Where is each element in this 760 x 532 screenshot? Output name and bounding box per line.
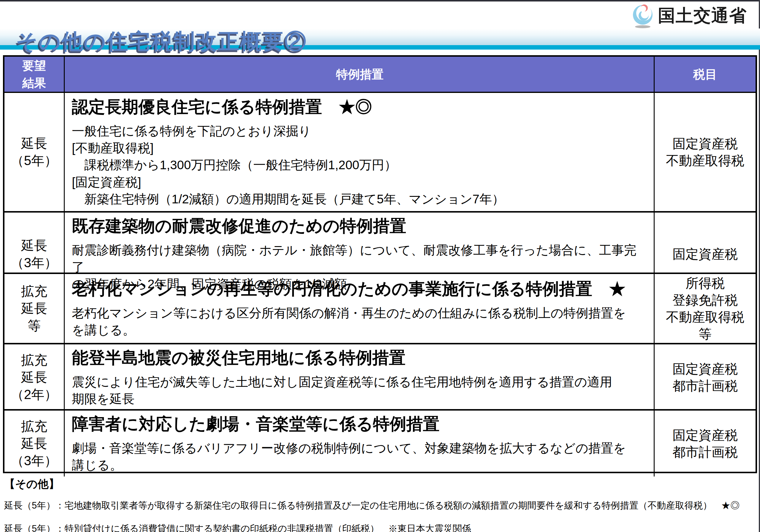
other-measure-note: 延長（5年）：特別貸付けに係る消費貸借に関する契約書の印紙税の非課税措置（印紙税… bbox=[4, 522, 752, 532]
measure-description: 震災により住宅が滅失等した土地に対し固定資産税等に係る住宅用地特例を適用する措置… bbox=[72, 373, 648, 407]
table-row: 延長 （3年） 既存建築物の耐震改修促進のための特例措置 耐震診断義務付け建築物… bbox=[4, 213, 756, 274]
cell-request-result: 拡充 延長 （3年） bbox=[4, 411, 65, 476]
cell-tax-item: 固定資産税 不動産取得税 bbox=[655, 93, 756, 211]
cell-special-measure: 能登半島地震の被災住宅用地に係る特例措置 震災により住宅が滅失等した土地に対し固… bbox=[65, 344, 655, 410]
cell-tax-item: 固定資産税 都市計画税 bbox=[655, 344, 756, 410]
mlit-logo-text: 国土交通省 bbox=[658, 4, 747, 27]
table-row: 拡充 延長 等 老朽化マンションの再生等の円滑化のための事業施行に係る特例措置 … bbox=[4, 274, 756, 344]
window-top-edge bbox=[0, 0, 760, 1]
table-header-row: 要望 結果 特例措置 税目 bbox=[4, 57, 756, 93]
other-measures-heading: 【その他】 bbox=[4, 477, 752, 492]
slide: その他の住宅税制改正概要② 国土交通省 要望 結果 特例措置 税目 延長 （5年… bbox=[0, 0, 760, 532]
cell-special-measure: 認定長期優良住宅に係る特例措置 ★◎ 一般住宅に係る特例を下記のとおり深掘り [… bbox=[65, 93, 655, 211]
measure-title: 老朽化マンションの再生等の円滑化のための事業施行に係る特例措置 ★ bbox=[72, 278, 648, 299]
header-tax-item: 税目 bbox=[655, 57, 756, 92]
cell-tax-item: 所得税 登録免許税 不動産取得税 等 bbox=[655, 274, 756, 343]
measure-description: 老朽化マンション等における区分所有関係の解消・再生のための仕組みに係る税制上の特… bbox=[72, 305, 648, 338]
tax-measures-table: 要望 結果 特例措置 税目 延長 （5年） 認定長期優良住宅に係る特例措置 ★◎… bbox=[3, 55, 757, 473]
measure-title: 能登半島地震の被災住宅用地に係る特例措置 bbox=[72, 347, 648, 368]
table-row: 拡充 延長 （3年） 障害者に対応した劇場・音楽堂等に係る特例措置 劇場・音楽堂… bbox=[4, 411, 756, 472]
measure-title: 障害者に対応した劇場・音楽堂等に係る特例措置 bbox=[72, 413, 648, 434]
page-title: その他の住宅税制改正概要② bbox=[16, 27, 307, 56]
cell-request-result: 拡充 延長 等 bbox=[4, 274, 65, 343]
cell-request-result: 延長 （5年） bbox=[4, 93, 65, 211]
cell-special-measure: 老朽化マンションの再生等の円滑化のための事業施行に係る特例措置 ★ 老朽化マンシ… bbox=[65, 274, 655, 343]
table-row: 延長 （5年） 認定長期優良住宅に係る特例措置 ★◎ 一般住宅に係る特例を下記の… bbox=[4, 93, 756, 213]
mlit-logo: 国土交通省 bbox=[632, 3, 747, 28]
measure-title: 認定長期優良住宅に係る特例措置 ★◎ bbox=[72, 96, 648, 117]
mlit-logo-icon bbox=[632, 3, 654, 28]
header-special-measure: 特例措置 bbox=[336, 66, 384, 82]
measure-description: 一般住宅に係る特例を下記のとおり深掘り [不動産取得税] 課税標準から1,300… bbox=[72, 122, 648, 208]
header-request-result: 要望 結果 bbox=[4, 57, 65, 92]
cell-request-result: 拡充 延長 （2年） bbox=[4, 344, 65, 410]
other-measure-note: 延長（5年）：宅地建物取引業者等が取得する新築住宅の取得日に係る特例措置及び一定… bbox=[4, 499, 752, 512]
measure-description: 劇場・音楽堂等に係るバリアフリー改修の税制特例について、対象建築物を拡大するなど… bbox=[72, 440, 648, 473]
table-row: 拡充 延長 （2年） 能登半島地震の被災住宅用地に係る特例措置 震災により住宅が… bbox=[4, 344, 756, 411]
cell-special-measure: 障害者に対応した劇場・音楽堂等に係る特例措置 劇場・音楽堂等に係るバリアフリー改… bbox=[65, 411, 655, 476]
measure-title: 既存建築物の耐震改修促進のための特例措置 bbox=[72, 216, 648, 236]
other-measures-section: 【その他】 延長（5年）：宅地建物取引業者等が取得する新築住宅の取得日に係る特例… bbox=[4, 477, 752, 532]
cell-tax-item: 固定資産税 都市計画税 bbox=[655, 411, 756, 476]
window-right-edge bbox=[759, 0, 760, 532]
